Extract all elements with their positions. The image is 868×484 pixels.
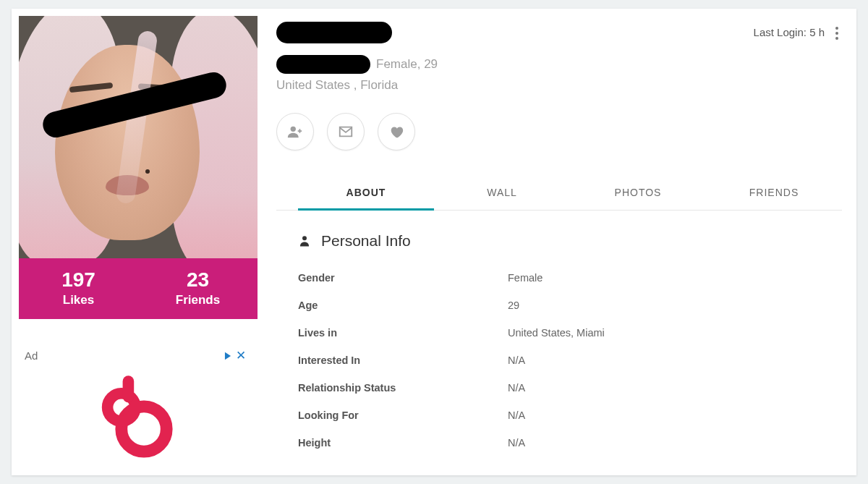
message-button[interactable] [327,113,365,150]
tab-wall[interactable]: WALL [434,177,570,210]
svg-point-6 [302,236,307,240]
friends-count: 23 [138,268,258,292]
info-val: 29 [508,300,519,311]
svg-point-2 [835,27,838,30]
info-val: N/A [508,354,525,366]
info-val: United States, Miami [508,327,605,339]
info-key: Looking For [298,409,508,421]
info-val: N/A [508,409,525,421]
stats-bar: 197 Likes 23 Friends [19,258,258,319]
info-row: Lives in United States, Miami [298,319,842,347]
adchoices-icon [223,351,233,361]
tab-friends[interactable]: FRIENDS [706,177,842,210]
svg-point-4 [835,37,838,40]
right-column: Female, 29 United States , Florida Last … [252,9,856,475]
action-row [276,113,842,150]
ad-logo-icon [92,373,179,459]
info-val: N/A [508,437,525,449]
info-key: Interested In [298,354,508,366]
info-row: Looking For N/A [298,402,842,429]
info-val: N/A [508,382,525,394]
info-row: Interested In N/A [298,347,842,374]
heart-icon [388,124,404,140]
friends-stat[interactable]: 23 Friends [138,258,258,319]
svg-point-3 [835,32,838,35]
profile-card: 197 Likes 23 Friends Ad ✕ [12,9,856,475]
more-options-button[interactable] [832,26,842,43]
location-text: United States , Florida [276,78,438,93]
profile-photo[interactable] [19,16,258,258]
tab-photos[interactable]: PHOTOS [570,177,706,210]
gender-age-text: Female, 29 [376,57,438,72]
ad-close-icon[interactable]: ✕ [236,348,246,363]
info-val: Female [508,272,542,284]
info-row: Age 29 [298,292,842,319]
ad-label: Ad [25,349,38,362]
svg-point-5 [291,127,296,132]
name-block: Female, 29 United States , Florida [276,22,438,93]
ad-image[interactable] [88,369,182,463]
last-login-text: Last Login: 5 h [754,26,825,38]
info-row: Gender Female [298,264,842,292]
left-column: 197 Likes 23 Friends Ad ✕ [12,9,252,475]
info-row: Height N/A [298,429,842,457]
person-add-icon [287,124,303,140]
section-title: Personal Info [321,232,411,250]
mail-icon [338,124,354,140]
more-vertical-icon [835,26,839,41]
personal-info-section: Personal Info Gender Female Age 29 Lives… [276,211,842,457]
info-key: Age [298,300,508,311]
likes-stat[interactable]: 197 Likes [19,258,138,319]
friends-label: Friends [138,293,258,307]
likes-count: 197 [19,268,138,292]
info-row: Relationship Status N/A [298,374,842,402]
info-key: Height [298,437,508,449]
info-key: Lives in [298,327,508,339]
info-key: Gender [298,272,508,284]
censor-bar-name [276,22,392,43]
likes-label: Likes [19,293,138,307]
person-icon [298,234,311,247]
tab-about[interactable]: ABOUT [298,177,434,211]
like-button[interactable] [378,113,415,150]
tabs: ABOUT WALL PHOTOS FRIENDS [276,177,842,211]
ad-block: Ad ✕ [19,348,252,463]
info-key: Relationship Status [298,382,508,394]
censor-bar-subname [276,55,370,74]
add-friend-button[interactable] [276,113,314,150]
ad-choices[interactable]: ✕ [223,348,246,363]
